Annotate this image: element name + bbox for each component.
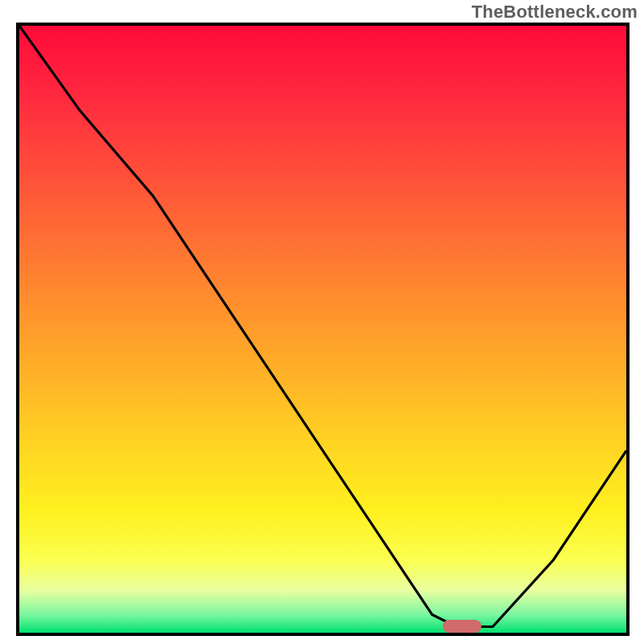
chart-container: TheBottleneck.com xyxy=(0,0,644,644)
optimal-marker xyxy=(443,620,481,633)
curve-layer xyxy=(19,26,626,633)
bottleneck-curve xyxy=(19,26,626,627)
watermark-text: TheBottleneck.com xyxy=(472,2,638,23)
plot-area xyxy=(16,23,630,636)
